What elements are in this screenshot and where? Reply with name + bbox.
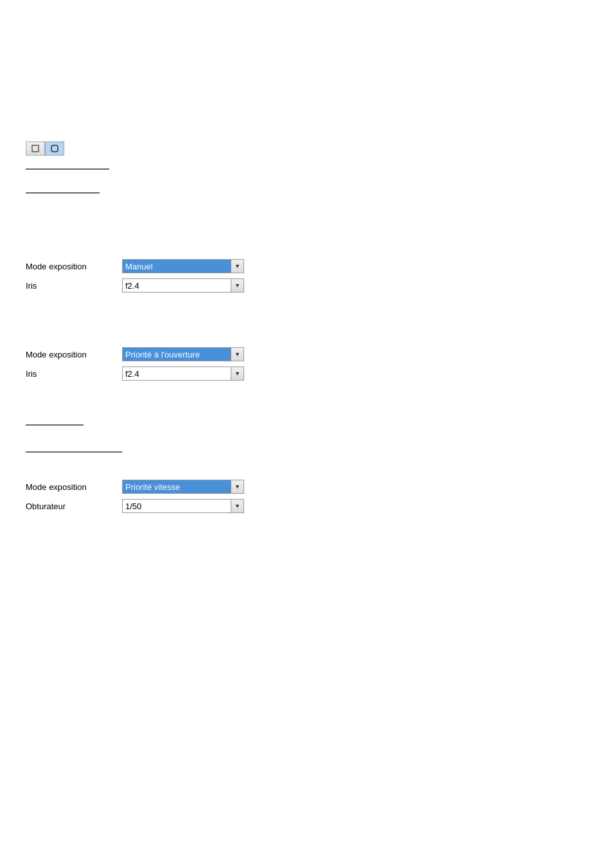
- spacer-3: [26, 227, 587, 259]
- label-mode-exposition-2: Mode exposition: [26, 350, 122, 359]
- spacer-2: [26, 201, 587, 227]
- select-wrapper-iris-2: f2.4 ▼: [122, 366, 244, 381]
- select-mode-exposition-3[interactable]: Priorité vitesse: [122, 480, 231, 494]
- divider-2: [26, 192, 100, 194]
- form-group-iris-1: Iris f2.4 ▼: [26, 278, 587, 293]
- select-wrapper-obturateur: 1/50 ▼: [122, 499, 244, 513]
- section-priorite-ouverture: Mode exposition Priorité à l'ouverture ▼…: [26, 347, 587, 381]
- label-mode-exposition-1: Mode exposition: [26, 262, 122, 271]
- label-iris-2: Iris: [26, 369, 122, 379]
- select-arrow-iris-1[interactable]: ▼: [231, 278, 244, 293]
- select-obturateur[interactable]: 1/50: [122, 499, 231, 513]
- spacer-1: [26, 177, 587, 187]
- section-priorite-vitesse: Mode exposition Priorité vitesse ▼ Obtur…: [26, 480, 587, 513]
- toolbar: [26, 141, 587, 156]
- spacer-6: [26, 433, 587, 446]
- label-mode-exposition-3: Mode exposition: [26, 482, 122, 492]
- select-iris-1[interactable]: f2.4: [122, 278, 231, 293]
- form-group-mode-exposition-3: Mode exposition Priorité vitesse ▼: [26, 480, 587, 494]
- select-wrapper-mode-exposition-2: Priorité à l'ouverture ▼: [122, 347, 244, 361]
- select-arrow-obturateur[interactable]: ▼: [231, 499, 244, 513]
- toolbar-btn-square[interactable]: [26, 141, 45, 156]
- select-mode-exposition-2[interactable]: Priorité à l'ouverture: [122, 347, 231, 361]
- spacer-4: [26, 312, 587, 347]
- form-group-mode-exposition-2: Mode exposition Priorité à l'ouverture ▼: [26, 347, 587, 361]
- divider-4: [26, 451, 122, 453]
- section-manuel: Mode exposition Manuel ▼ Iris f2.4 ▼: [26, 259, 587, 293]
- form-group-mode-exposition-1: Mode exposition Manuel ▼: [26, 259, 587, 273]
- spacer-7: [26, 460, 587, 480]
- svg-rect-1: [51, 145, 58, 152]
- select-arrow-mode-exposition-1[interactable]: ▼: [231, 259, 244, 273]
- divider-1: [26, 168, 109, 170]
- toolbar-btn-rounded[interactable]: [45, 141, 64, 156]
- select-mode-exposition-1[interactable]: Manuel: [122, 259, 231, 273]
- select-arrow-mode-exposition-3[interactable]: ▼: [231, 480, 244, 494]
- label-obturateur: Obturateur: [26, 502, 122, 511]
- form-group-obturateur: Obturateur 1/50 ▼: [26, 499, 587, 513]
- divider-3: [26, 424, 84, 426]
- select-wrapper-mode-exposition-1: Manuel ▼: [122, 259, 244, 273]
- form-group-iris-2: Iris f2.4 ▼: [26, 366, 587, 381]
- select-arrow-mode-exposition-2[interactable]: ▼: [231, 347, 244, 361]
- label-iris-1: Iris: [26, 281, 122, 291]
- select-iris-2[interactable]: f2.4: [122, 366, 231, 381]
- spacer-5: [26, 400, 587, 419]
- select-wrapper-mode-exposition-3: Priorité vitesse ▼: [122, 480, 244, 494]
- select-wrapper-iris-1: f2.4 ▼: [122, 278, 244, 293]
- select-arrow-iris-2[interactable]: ▼: [231, 366, 244, 381]
- svg-rect-0: [32, 145, 39, 152]
